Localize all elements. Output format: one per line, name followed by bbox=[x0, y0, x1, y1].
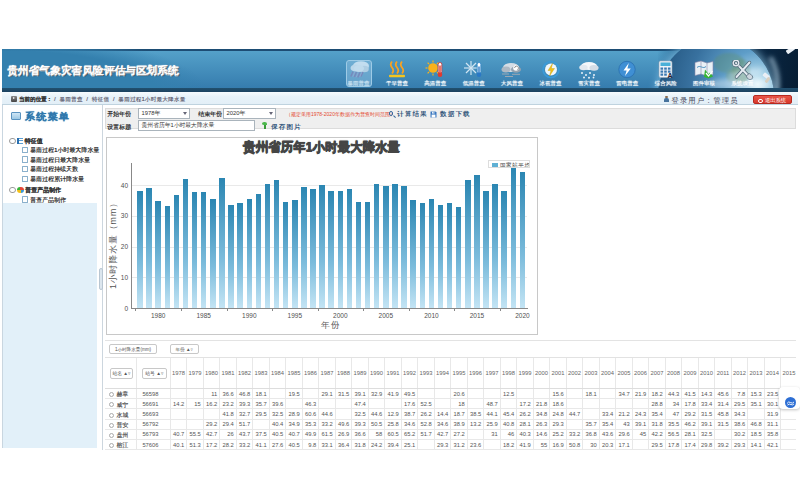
svg-text:A: A bbox=[667, 72, 672, 79]
